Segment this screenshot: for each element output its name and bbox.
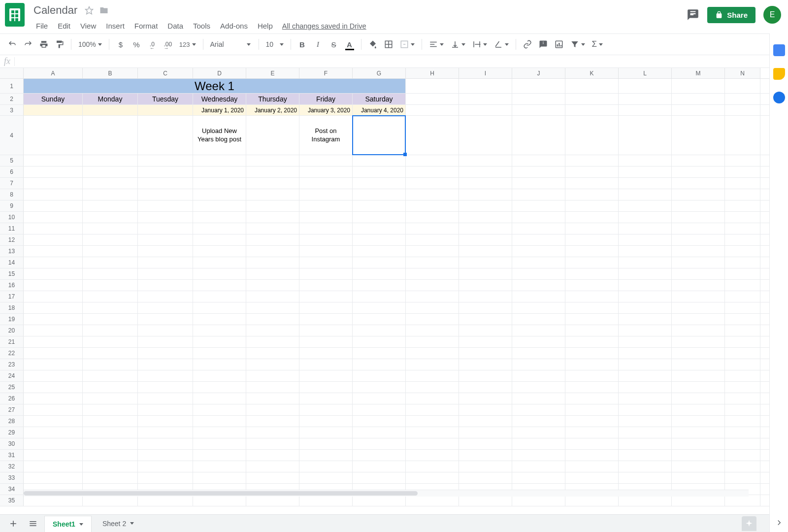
cell-I29[interactable]: [459, 427, 512, 438]
cell-A29[interactable]: [24, 427, 83, 438]
cell-N12[interactable]: [725, 234, 760, 245]
cell-N28[interactable]: [725, 416, 760, 427]
cell-C6[interactable]: [138, 166, 193, 177]
cell-N29[interactable]: [725, 427, 760, 438]
row-header-27[interactable]: 27: [0, 404, 24, 415]
cell-K18[interactable]: [565, 302, 619, 313]
row-header-4[interactable]: 4: [0, 116, 24, 155]
cell-I18[interactable]: [459, 302, 512, 313]
cell-B6[interactable]: [83, 166, 138, 177]
menu-file[interactable]: File: [32, 20, 52, 32]
cell-H26[interactable]: [406, 393, 459, 404]
format-currency-button[interactable]: $: [113, 37, 128, 52]
cell-A5[interactable]: [24, 155, 83, 166]
cell-M17[interactable]: [672, 291, 725, 302]
menu-data[interactable]: Data: [163, 20, 188, 32]
cell-K2[interactable]: [565, 94, 619, 104]
cell-J2[interactable]: [512, 94, 565, 104]
cell-I24[interactable]: [459, 370, 512, 381]
cell-M27[interactable]: [672, 404, 725, 415]
cell-D8[interactable]: [193, 189, 246, 200]
cell-E25[interactable]: [246, 382, 299, 393]
cell-B11[interactable]: [83, 223, 138, 234]
cell-J9[interactable]: [512, 200, 565, 211]
cell-D28[interactable]: [193, 416, 246, 427]
cell-K13[interactable]: [565, 246, 619, 257]
cell-F7[interactable]: [299, 178, 353, 189]
cell-D4[interactable]: Upload New Years blog post: [193, 116, 246, 155]
cell-C24[interactable]: [138, 370, 193, 381]
cell-K21[interactable]: [565, 336, 619, 347]
cell-D33[interactable]: [193, 472, 246, 483]
row-header-29[interactable]: 29: [0, 427, 24, 438]
star-icon[interactable]: [84, 5, 94, 15]
vertical-align-dropdown[interactable]: [448, 40, 468, 49]
cell-B19[interactable]: [83, 314, 138, 325]
cell-J30[interactable]: [512, 438, 565, 449]
cell-A30[interactable]: [24, 438, 83, 449]
horizontal-align-dropdown[interactable]: [426, 40, 447, 49]
cell-J10[interactable]: [512, 212, 565, 223]
cell-I9[interactable]: [459, 200, 512, 211]
row-header-31[interactable]: 31: [0, 450, 24, 461]
cell-K4[interactable]: [565, 116, 619, 155]
cell-C25[interactable]: [138, 382, 193, 393]
cell-N9[interactable]: [725, 200, 760, 211]
cell-K1[interactable]: [565, 79, 619, 93]
cell-F28[interactable]: [299, 416, 353, 427]
cell-A7[interactable]: [24, 178, 83, 189]
cell-H31[interactable]: [406, 450, 459, 461]
redo-button[interactable]: [21, 37, 35, 52]
cell-E26[interactable]: [246, 393, 299, 404]
cell-C4[interactable]: [138, 116, 193, 155]
cell-G30[interactable]: [353, 438, 406, 449]
cell-I2[interactable]: [459, 94, 512, 104]
cell-M25[interactable]: [672, 382, 725, 393]
cell-K12[interactable]: [565, 234, 619, 245]
cell-E28[interactable]: [246, 416, 299, 427]
cell-M18[interactable]: [672, 302, 725, 313]
cell-C15[interactable]: [138, 268, 193, 279]
cell-G7[interactable]: [353, 178, 406, 189]
row-header-14[interactable]: 14: [0, 257, 24, 268]
cell-A12[interactable]: [24, 234, 83, 245]
cell-N13[interactable]: [725, 246, 760, 257]
cell-F6[interactable]: [299, 166, 353, 177]
cell-A10[interactable]: [24, 212, 83, 223]
cell-H19[interactable]: [406, 314, 459, 325]
cell-N7[interactable]: [725, 178, 760, 189]
cell-A28[interactable]: [24, 416, 83, 427]
cell-E24[interactable]: [246, 370, 299, 381]
cell-I8[interactable]: [459, 189, 512, 200]
cell-M4[interactable]: [672, 116, 725, 155]
cell-E30[interactable]: [246, 438, 299, 449]
cell-L13[interactable]: [619, 246, 672, 257]
cell-K19[interactable]: [565, 314, 619, 325]
cell-K26[interactable]: [565, 393, 619, 404]
cell-J5[interactable]: [512, 155, 565, 166]
cell-D15[interactable]: [193, 268, 246, 279]
cell-L23[interactable]: [619, 359, 672, 370]
cell-A20[interactable]: [24, 325, 83, 336]
cell-E18[interactable]: [246, 302, 299, 313]
column-header-J[interactable]: J: [512, 68, 565, 78]
cell-F25[interactable]: [299, 382, 353, 393]
cell-E13[interactable]: [246, 246, 299, 257]
cell-A33[interactable]: [24, 472, 83, 483]
cell-N4[interactable]: [725, 116, 760, 155]
cell-E22[interactable]: [246, 348, 299, 359]
cell-D35[interactable]: [193, 495, 246, 506]
cell-M5[interactable]: [672, 155, 725, 166]
cell-H29[interactable]: [406, 427, 459, 438]
cell-I12[interactable]: [459, 234, 512, 245]
cell-K25[interactable]: [565, 382, 619, 393]
cell-J8[interactable]: [512, 189, 565, 200]
cell-M16[interactable]: [672, 280, 725, 291]
cell-J15[interactable]: [512, 268, 565, 279]
cell-H33[interactable]: [406, 472, 459, 483]
cell-A1[interactable]: Week 1: [24, 79, 406, 93]
cell-N18[interactable]: [725, 302, 760, 313]
cell-C10[interactable]: [138, 212, 193, 223]
text-color-button[interactable]: A: [342, 37, 357, 52]
cell-J6[interactable]: [512, 166, 565, 177]
